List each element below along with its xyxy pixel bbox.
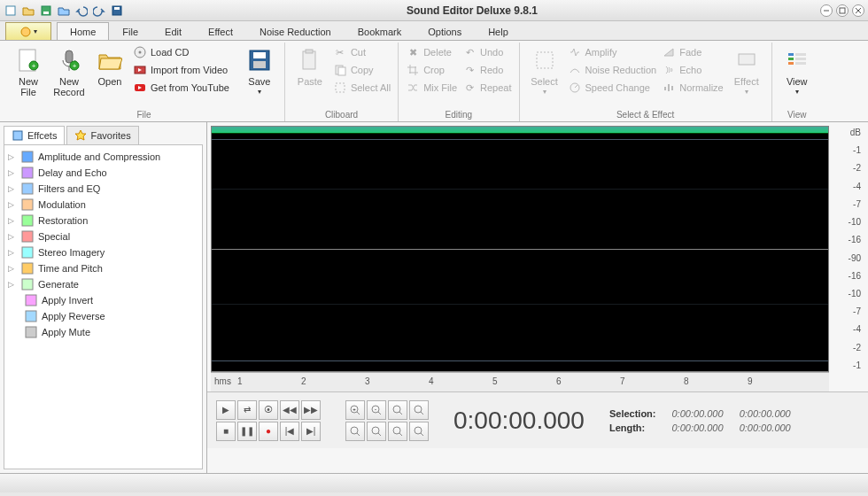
tab-noise-reduction[interactable]: Noise Reduction [246, 22, 345, 40]
status-bar [0, 473, 868, 492]
zoom-sel-button[interactable] [388, 400, 407, 420]
skip-end-button[interactable]: ▶| [301, 422, 321, 441]
qat-undo-icon[interactable] [74, 4, 89, 18]
copy-button[interactable]: Copy [331, 62, 392, 78]
svg-rect-26 [303, 51, 315, 69]
tab-options[interactable]: Options [415, 22, 475, 40]
paste-button[interactable]: Paste [291, 44, 329, 109]
open-button[interactable]: Open [90, 44, 129, 109]
crop-button[interactable]: Crop [404, 62, 459, 78]
repeat-button[interactable]: ⟳Repeat [461, 80, 513, 96]
tree-item-label: Apply Invert [42, 295, 93, 306]
svg-rect-30 [336, 83, 345, 92]
cut-button[interactable]: ✂Cut [331, 44, 392, 60]
tree-item[interactable]: ▷Time and Pitch [8, 260, 198, 276]
effect-category-icon [24, 309, 38, 323]
qat-open2-icon[interactable] [57, 4, 71, 18]
waveform-display[interactable] [211, 126, 829, 372]
qat-saveas-icon[interactable] [110, 4, 124, 18]
zoom-v-out-button[interactable] [367, 422, 386, 441]
stop-button[interactable]: ■ [216, 422, 236, 441]
qat-save-icon[interactable] [39, 4, 53, 18]
tab-home[interactable]: Home [57, 22, 109, 40]
zoom-out-button[interactable]: - [367, 400, 386, 420]
svg-rect-48 [22, 183, 33, 194]
delete-button[interactable]: ✖Delete [404, 44, 459, 60]
undo-button[interactable]: ↶Undo [461, 44, 513, 60]
fade-button[interactable]: Fade [660, 44, 725, 60]
load-cd-button[interactable]: Load CD [131, 44, 231, 60]
tree-item[interactable]: ▷Restoration [8, 213, 198, 229]
tab-effects[interactable]: Effcets [4, 126, 65, 145]
tab-bookmark[interactable]: Bookmark [345, 22, 415, 40]
save-button[interactable]: Save▾ [240, 44, 279, 109]
mixfile-button[interactable]: Mix File [404, 80, 459, 96]
tab-effect[interactable]: Effect [195, 22, 246, 40]
amplify-button[interactable]: Amplify [566, 44, 659, 60]
zoom-left-button[interactable] [388, 422, 407, 441]
svg-rect-47 [22, 167, 33, 178]
effect-button[interactable]: Effect▾ [727, 44, 766, 109]
new-record-button[interactable]: +New Record [50, 44, 89, 109]
mix-icon [406, 81, 420, 95]
select-button[interactable]: Select▾ [525, 44, 564, 109]
svg-rect-4 [114, 7, 120, 10]
qat-redo-icon[interactable] [92, 4, 106, 18]
noise-reduction-button[interactable]: Noise Reduction [566, 62, 659, 78]
db-tick: -4 [833, 182, 861, 191]
tab-help[interactable]: Help [475, 22, 522, 40]
time-ruler[interactable]: hms 123456789 [211, 372, 829, 391]
tree-item-label: Delay and Echo [38, 167, 107, 178]
zoom-fit-button[interactable] [409, 400, 429, 420]
rewind-button[interactable]: ◀◀ [280, 400, 299, 420]
play-end-button[interactable]: ⦿ [259, 400, 278, 420]
crop-icon [406, 63, 420, 77]
close-button[interactable] [852, 4, 864, 17]
file-menu-button[interactable]: ▾ [5, 22, 51, 40]
pause-button[interactable]: ❚❚ [237, 422, 257, 441]
tree-item[interactable]: ▷Amplitude and Compression [8, 149, 198, 165]
redo-button[interactable]: ↷Redo [461, 62, 513, 78]
youtube-button[interactable]: Get from YouTube [131, 80, 231, 96]
loop-button[interactable]: ⇄ [237, 400, 257, 420]
db-tick: -4 [833, 324, 861, 334]
ruler-tick: 4 [429, 376, 434, 386]
zoom-in-button[interactable]: + [345, 400, 365, 420]
qat-open-icon[interactable] [21, 4, 35, 18]
normalize-button[interactable]: Normalize [660, 80, 725, 96]
tree-item[interactable]: ▷Special [8, 229, 198, 244]
db-tick: -7 [833, 306, 861, 316]
ribbon: +New File +New Record Open Load CD Impor… [0, 41, 868, 122]
svg-rect-56 [26, 311, 36, 322]
tree-item[interactable]: ▷Filters and EQ [8, 181, 198, 197]
minimize-button[interactable] [820, 4, 833, 17]
qat-new-icon[interactable] [4, 4, 18, 18]
new-file-button[interactable]: +New File [9, 44, 48, 109]
speed-change-button[interactable]: Speed Change [566, 80, 659, 96]
maximize-button[interactable] [836, 4, 849, 17]
selectall-button[interactable]: Select All [331, 80, 392, 96]
tree-item[interactable]: ▷Generate [8, 276, 198, 292]
skip-start-button[interactable]: |◀ [280, 422, 299, 441]
tree-item[interactable]: ▷Stereo Imagery [8, 244, 198, 260]
record-button[interactable]: ● [259, 422, 278, 441]
db-tick: -16 [833, 235, 861, 244]
titlebar: Sound Editor Deluxe 9.8.1 [0, 0, 868, 21]
tree-item[interactable]: Apply Mute [8, 324, 198, 340]
tree-item[interactable]: Apply Reverse [8, 308, 198, 324]
svg-rect-55 [26, 295, 36, 306]
view-icon [783, 46, 811, 74]
import-video-button[interactable]: Import from Video [131, 62, 231, 78]
tab-favorites[interactable]: Favorites [66, 126, 138, 145]
tree-item[interactable]: ▷Delay and Echo [8, 165, 198, 181]
play-button[interactable]: ▶ [216, 400, 236, 420]
zoom-right-button[interactable] [409, 422, 429, 441]
tree-item[interactable]: Apply Invert [8, 292, 198, 308]
view-button[interactable]: View▾ [778, 44, 817, 109]
forward-button[interactable]: ▶▶ [301, 400, 321, 420]
tab-file[interactable]: File [109, 22, 151, 40]
zoom-v-in-button[interactable] [345, 422, 365, 441]
echo-button[interactable]: Echo [660, 62, 725, 78]
tab-edit[interactable]: Edit [151, 22, 195, 40]
tree-item[interactable]: ▷Modulation [8, 197, 198, 213]
